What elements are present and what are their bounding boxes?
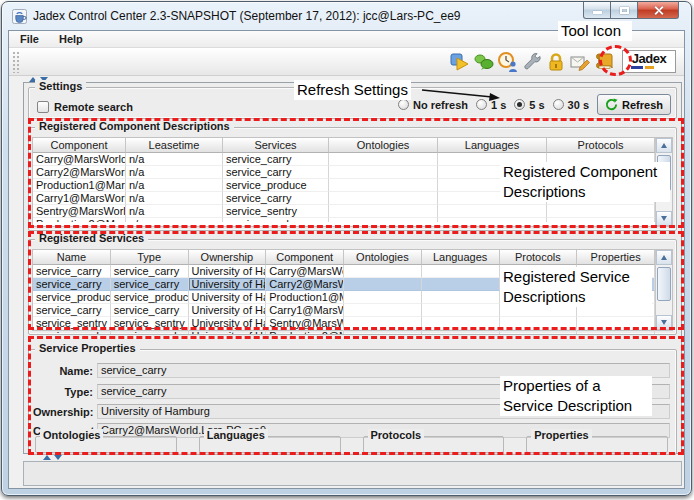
cell[interactable] — [344, 278, 422, 291]
table-row[interactable]: service_carryservice_carryUniversity of … — [33, 278, 655, 291]
cell[interactable]: service_sentry — [223, 205, 329, 218]
table-row[interactable]: service_carryservice_carryUniversity of … — [33, 304, 655, 317]
radio-icon[interactable] — [514, 99, 525, 110]
cell[interactable] — [422, 304, 500, 317]
cell[interactable]: Carry2@MarsWorld.La... — [33, 166, 126, 179]
cell[interactable]: University of Ha... — [189, 304, 267, 317]
column-header[interactable]: Protocols — [500, 250, 578, 265]
cell[interactable]: service_carry — [111, 278, 189, 291]
cell[interactable]: service_carry — [223, 153, 329, 166]
starter-icon[interactable] — [449, 51, 471, 73]
column-header[interactable]: Ontologies — [329, 138, 438, 153]
maximize-button[interactable] — [611, 2, 638, 19]
cell[interactable]: Production1@MarsWo... — [33, 179, 126, 192]
collapse-up-icon[interactable] — [43, 455, 51, 460]
cell[interactable] — [547, 179, 655, 192]
split-divider-bottom[interactable] — [23, 454, 684, 460]
cell[interactable] — [577, 278, 655, 291]
cell[interactable] — [344, 317, 422, 330]
cell[interactable]: University of Ha... — [189, 278, 267, 291]
cell[interactable] — [329, 192, 438, 205]
cell[interactable] — [329, 166, 438, 179]
menu-item-help[interactable]: Help — [56, 32, 86, 46]
cell[interactable]: University of Ha... — [189, 265, 267, 278]
cell[interactable] — [547, 166, 655, 179]
refresh-option-5-s[interactable]: 5 s — [514, 99, 544, 111]
cell[interactable] — [438, 179, 547, 192]
cell[interactable]: service_carry — [33, 265, 111, 278]
column-header[interactable]: Properties — [577, 250, 655, 265]
services-scrollbar[interactable] — [655, 250, 672, 330]
cell[interactable] — [344, 265, 422, 278]
cell[interactable]: University of Ha... — [189, 317, 267, 330]
toolbar-grip[interactable] — [12, 51, 20, 73]
cell[interactable] — [329, 179, 438, 192]
cell[interactable] — [344, 304, 422, 317]
column-header[interactable]: Languages — [438, 138, 547, 153]
cell[interactable] — [500, 304, 578, 317]
column-header[interactable]: Leasetime — [126, 138, 223, 153]
cell[interactable]: n/a — [126, 179, 223, 192]
radio-icon[interactable] — [553, 99, 564, 110]
cell[interactable]: service_carry — [111, 265, 189, 278]
clock-agent-icon[interactable] — [497, 51, 519, 73]
message-pen-icon[interactable] — [569, 51, 591, 73]
cell[interactable]: service_sentry — [111, 317, 189, 330]
cell[interactable]: Carry@MarsWor... — [266, 265, 344, 278]
cell[interactable] — [438, 192, 547, 205]
scroll-down-icon[interactable] — [656, 315, 672, 330]
cell[interactable] — [422, 317, 500, 330]
minimize-button[interactable] — [583, 2, 611, 19]
cell[interactable]: service_carry — [223, 192, 329, 205]
cell[interactable]: service_produce — [223, 179, 329, 192]
cell[interactable]: n/a — [126, 192, 223, 205]
cell[interactable] — [500, 291, 578, 304]
scroll-up-icon[interactable] — [656, 250, 672, 265]
cell[interactable]: n/a — [126, 166, 223, 179]
cell[interactable] — [500, 317, 578, 330]
column-header[interactable]: Protocols — [547, 138, 655, 153]
table-row[interactable]: service_produceservice_produceUniversity… — [33, 291, 655, 304]
cell[interactable]: service_carry — [33, 278, 111, 291]
close-button[interactable] — [638, 2, 679, 19]
cell[interactable]: Production1@M... — [266, 291, 344, 304]
column-header[interactable]: Services — [223, 138, 329, 153]
cell[interactable] — [547, 205, 655, 218]
cell[interactable]: service_produce — [111, 291, 189, 304]
cell[interactable]: service_carry — [33, 304, 111, 317]
menu-item-file[interactable]: File — [17, 32, 42, 46]
cell[interactable] — [329, 153, 438, 166]
table-row[interactable]: service_sentryservice_sentryUniversity o… — [33, 317, 655, 330]
cell[interactable] — [329, 205, 438, 218]
scroll-thumb[interactable] — [657, 155, 671, 191]
cell[interactable]: Carry1@MarsWorld.La... — [33, 192, 126, 205]
radio-icon[interactable] — [398, 99, 409, 110]
title-bar[interactable]: Jadex Control Center 2.3-SNAPSHOT (Septe… — [2, 2, 691, 30]
components-scrollbar[interactable] — [655, 138, 672, 226]
cell[interactable]: Sentry@MarsWorld.La... — [33, 205, 126, 218]
cell[interactable] — [344, 291, 422, 304]
table-row[interactable]: service_carryservice_carryUniversity of … — [33, 265, 655, 278]
cell[interactable]: service_sentry — [33, 317, 111, 330]
column-header[interactable]: Ontologies — [344, 250, 422, 265]
cell[interactable]: service_produce — [33, 291, 111, 304]
refresh-option-1-s[interactable]: 1 s — [476, 99, 506, 111]
scroll-up-icon[interactable] — [656, 138, 672, 153]
cell[interactable] — [438, 166, 547, 179]
cell[interactable] — [547, 192, 655, 205]
cell[interactable] — [422, 291, 500, 304]
lock-icon[interactable] — [545, 51, 567, 73]
refresh-option-no-refresh[interactable]: No refresh — [398, 99, 468, 111]
scroll-down-icon[interactable] — [656, 211, 672, 226]
remote-search-checkbox[interactable] — [37, 101, 49, 113]
refresh-option-30-s[interactable]: 30 s — [553, 99, 589, 111]
column-header[interactable]: Name — [33, 250, 111, 265]
wrench-icon[interactable] — [521, 51, 543, 73]
cell[interactable]: Carry@MarsWorld.Lar... — [33, 153, 126, 166]
table-row[interactable]: Carry1@MarsWorld.La...n/aservice_carry — [33, 192, 655, 205]
cell[interactable] — [577, 317, 655, 330]
column-header[interactable]: Languages — [422, 250, 500, 265]
cell[interactable] — [500, 265, 578, 278]
cell[interactable] — [422, 265, 500, 278]
column-header[interactable]: Ownership — [189, 250, 267, 265]
